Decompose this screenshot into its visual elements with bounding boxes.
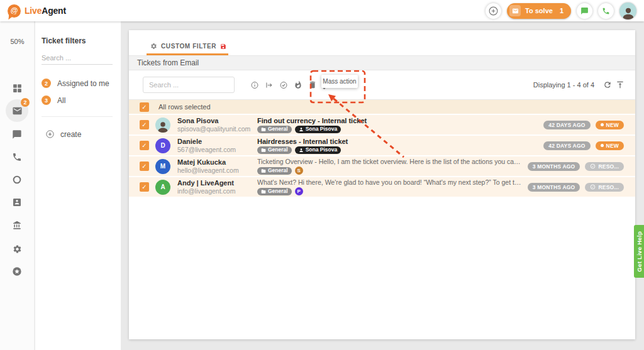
- tickets-badge: 2: [21, 98, 30, 107]
- filter-item-all[interactable]: 3 All: [42, 96, 114, 105]
- person-icon: [299, 127, 304, 132]
- plus-circle-icon: [488, 6, 499, 16]
- spam-button[interactable]: [294, 79, 303, 91]
- department-tag[interactable]: General: [257, 167, 292, 175]
- tag-circle[interactable]: P: [295, 187, 303, 195]
- filter-name: Tickets from Email: [137, 58, 199, 67]
- sidebar-item-tickets[interactable]: 2: [6, 99, 28, 122]
- tab-row: CUSTOM FILTER: [129, 30, 635, 55]
- tickets-search-input[interactable]: [143, 77, 235, 93]
- refresh-icon: [603, 80, 612, 89]
- selection-label: All rows selected: [158, 103, 211, 111]
- folder-icon: [261, 148, 266, 153]
- filter-item-label: All: [57, 96, 65, 105]
- filter-name-bar: Tickets from Email: [129, 55, 635, 70]
- toolbar: Displaying 1 - 4 of 4: [129, 70, 635, 100]
- ring-icon: [12, 175, 22, 185]
- time-badge: 42 DAYS AGO: [543, 141, 590, 150]
- department-tag[interactable]: General: [257, 126, 292, 133]
- transfer-button[interactable]: [265, 79, 274, 91]
- active-tab-underline: [147, 53, 228, 55]
- ticket-row[interactable]: Sona Pisova spisova@qualityunit.com Find…: [129, 115, 635, 136]
- time-badge: 3 MONTHS AGO: [528, 183, 580, 192]
- ticket-row[interactable]: D Daniele 567@liveagent.com Hairdresses …: [129, 136, 635, 156]
- dot-icon: [601, 144, 604, 147]
- department-tag[interactable]: General: [257, 188, 292, 195]
- phone-icon: [602, 7, 610, 15]
- agent-tag[interactable]: Sona Pisova: [295, 126, 341, 133]
- tab-label: CUSTOM FILTER: [161, 43, 216, 50]
- department-label: General: [268, 187, 288, 195]
- to-solve-label: To solve: [525, 7, 553, 14]
- ticket-content: Ticketing Overview - Hello, I am the tic…: [257, 158, 523, 175]
- logo-text: LiveAgent: [25, 6, 66, 16]
- get-live-help-button[interactable]: Get Live Help: [634, 225, 644, 278]
- to-solve-button[interactable]: To solve 1: [507, 3, 571, 19]
- status-label: NEW: [606, 122, 619, 128]
- toolbar-icons: [250, 79, 331, 91]
- ticket-row[interactable]: M Matej Kukucka hello@liveagent.com Tick…: [129, 156, 635, 177]
- ticket-row[interactable]: A Andy | LiveAgent info@liveagent.com Wh…: [129, 177, 635, 198]
- agent-tag[interactable]: Sona Pisova: [295, 146, 341, 154]
- row-checkbox[interactable]: [140, 182, 149, 192]
- divider: [42, 116, 113, 117]
- save-icon[interactable]: [220, 43, 226, 50]
- chats-button[interactable]: [577, 3, 592, 19]
- row-checkbox[interactable]: [140, 161, 149, 171]
- topbar-actions: To solve 1: [486, 3, 636, 19]
- sidebar-item-contacts[interactable]: [6, 191, 28, 214]
- row-checkbox[interactable]: [140, 120, 149, 129]
- panel-title: Ticket filters: [42, 36, 114, 45]
- scroll-top-button[interactable]: [614, 79, 625, 91]
- row-checkbox[interactable]: [140, 141, 149, 150]
- sidebar-item-academy[interactable]: [6, 214, 28, 236]
- tab-custom-filter[interactable]: CUSTOM FILTER: [147, 37, 230, 55]
- sidebar-item-calls[interactable]: [6, 146, 28, 168]
- department-tag[interactable]: General: [257, 146, 292, 154]
- requester-name: Matej Kukucka: [177, 158, 253, 167]
- gear-icon: [13, 244, 22, 254]
- phone-icon: [12, 152, 22, 162]
- status-label: RESO...: [598, 184, 619, 190]
- avatar: A: [155, 180, 170, 195]
- resolve-button[interactable]: [279, 79, 288, 91]
- requester: Daniele 567@liveagent.com: [177, 138, 253, 154]
- ticket-subject: Hairdresses - Internal ticket: [257, 138, 538, 146]
- chat-icon: [12, 129, 22, 139]
- delete-button[interactable]: [308, 79, 317, 91]
- info-button[interactable]: [250, 79, 259, 91]
- agent-avatar[interactable]: [619, 3, 636, 19]
- filter-item-assigned-to-me[interactable]: 2 Assigned to me: [42, 79, 114, 88]
- sidebar-item-addons[interactable]: [6, 260, 28, 283]
- select-all-checkbox[interactable]: [140, 102, 149, 112]
- calls-button[interactable]: [598, 3, 614, 19]
- sidebar-item-settings[interactable]: [6, 238, 28, 260]
- requester-name: Sona Pisova: [177, 117, 253, 125]
- contact-card-icon: [12, 197, 22, 207]
- time-badge: 42 DAYS AGO: [543, 121, 590, 129]
- ticket-tags: General S: [257, 167, 523, 175]
- sidebar-item-chats[interactable]: [6, 123, 28, 146]
- check-circle-icon: [590, 184, 596, 190]
- add-button[interactable]: [486, 3, 501, 19]
- requester-name: Daniele: [177, 138, 253, 146]
- row-badges: 42 DAYS AGO NEW: [543, 141, 624, 150]
- avatar: [155, 118, 170, 133]
- person-icon: [299, 148, 304, 153]
- mail-icon: [12, 106, 23, 116]
- tickets-card: CUSTOM FILTER Tickets from Email: [129, 30, 635, 339]
- row-badges: 42 DAYS AGO NEW: [543, 121, 624, 129]
- bank-icon: [12, 220, 22, 230]
- tag-circle[interactable]: S: [295, 167, 303, 175]
- create-filter-button[interactable]: create: [45, 129, 81, 139]
- check-circle-icon: [279, 80, 288, 90]
- avatar: M: [155, 159, 170, 174]
- sidebar-item-social[interactable]: [6, 168, 28, 191]
- agent-label: Sona Pisova: [306, 146, 338, 154]
- status-badge: RESO...: [585, 162, 624, 171]
- status-label: NEW: [606, 143, 619, 149]
- ticket-content: Find out currency - Internal ticket Gene…: [257, 117, 538, 133]
- refresh-button[interactable]: [602, 79, 613, 91]
- sidebar-item-dashboard[interactable]: [6, 77, 28, 99]
- filters-search-input[interactable]: [42, 52, 113, 65]
